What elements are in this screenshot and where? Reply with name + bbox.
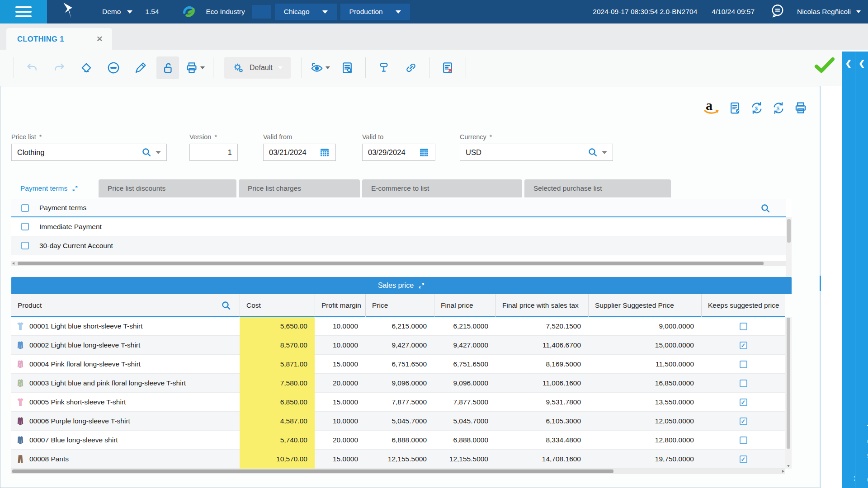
cost-cell[interactable]: 5,871.00 [240,355,315,374]
undo-button[interactable] [21,56,43,79]
splitter-handle[interactable] [820,276,821,291]
final-price-cell[interactable]: 7,877.5000 [434,393,495,412]
payment-term-row[interactable]: Immediate Payment [11,217,786,236]
redo-button[interactable] [48,56,71,79]
price-cell[interactable]: 5,045.7000 [365,412,434,431]
final-price-with-tax-cell[interactable]: 8,334.4800 [495,431,588,450]
document-check-icon[interactable] [728,101,742,117]
messages-panel-strip[interactable]: ❮ Messages [842,52,855,488]
keeps-suggested-price-checkbox[interactable] [740,418,747,425]
supplier-suggested-price-cell[interactable]: 12,050.0000 [588,412,701,431]
cost-cell[interactable]: 5,650.00 [240,317,315,336]
select-all-checkbox[interactable] [21,204,29,212]
hamburger-menu-button[interactable] [0,0,47,23]
amazon-icon[interactable]: a [702,99,720,117]
profit-margin-cell[interactable]: 15.0000 [315,393,365,412]
chevron-down-icon[interactable] [602,151,607,154]
row-checkbox[interactable] [21,223,29,230]
organization-field[interactable] [252,5,271,19]
zoom-across-link-button[interactable] [400,56,422,79]
expand-icon[interactable] [418,282,425,289]
payment-term-row[interactable]: 30-day Current Account [11,236,786,255]
recalculate-price-icon[interactable]: $ [750,101,764,117]
keeps-suggested-price-checkbox[interactable] [740,399,747,406]
profit-margin-cell[interactable]: 20.0000 [315,431,365,450]
price-cell[interactable]: 7,877.5000 [365,393,434,412]
view-options-button[interactable] [309,56,331,79]
client-selector[interactable]: Demo [102,8,132,16]
final-price-cell[interactable]: 9,096.0000 [434,374,495,393]
price-list-input[interactable]: Clothing [11,144,167,161]
new-record-button[interactable] [75,56,98,79]
final-price-with-tax-cell[interactable]: 11,406.6700 [495,336,588,355]
supplier-suggested-price-cell[interactable]: 12,800.0000 [588,431,701,450]
supplier-suggested-price-cell[interactable]: 11,500.0000 [588,355,701,374]
detail-tab-price-list-discounts[interactable]: Price list discounts [99,179,236,197]
cost-cell[interactable]: 10,570.00 [240,450,315,469]
valid-from-input[interactable]: 03/21/2024 [263,144,336,161]
final-price-with-tax-cell[interactable]: 7,520.1500 [495,317,588,336]
layout-selector[interactable]: Default [224,57,291,79]
sales-vertical-scrollbar[interactable] [785,317,792,469]
price-cell[interactable]: 6,751.6500 [365,355,434,374]
final-price-with-tax-cell[interactable]: 11,006.1600 [495,374,588,393]
supplier-suggested-price-cell[interactable]: 15,000.0000 [588,336,701,355]
sales-price-row[interactable]: 00008 Pants 10,570.00 15.0000 12,155.500… [11,450,785,469]
currency-input[interactable]: USD [460,144,613,161]
final-price-with-tax-cell[interactable]: 8,169.5000 [495,355,588,374]
final-price-cell[interactable]: 6,888.0000 [434,431,495,450]
sales-price-row[interactable]: 00004 Pink floral long-sleeve T-shirt 5,… [11,355,785,374]
scrollbar-thumb[interactable] [12,469,613,473]
column-header-supplier-suggested-price[interactable]: Supplier Suggested Price [588,294,701,317]
row-checkbox[interactable] [21,242,29,249]
valid-to-input[interactable]: 03/29/2024 [362,144,435,161]
column-header-keeps-suggested-price[interactable]: Keeps suggested price [701,294,785,317]
final-price-cell[interactable]: 12,155.5000 [434,450,495,469]
sales-price-row[interactable]: 00006 Purple long-sleeve T-shirt 4,587.0… [11,412,785,431]
print-options-chevron-icon[interactable] [200,66,205,69]
payment-horizontal-scrollbar[interactable] [11,261,786,266]
final-price-cell[interactable]: 6,751.6500 [434,355,495,374]
final-price-cell[interactable]: 9,427.0000 [434,336,495,355]
supplier-suggested-price-cell[interactable]: 16,850.0000 [588,374,701,393]
price-cell[interactable]: 9,096.0000 [365,374,434,393]
column-header-profit-margin[interactable]: Profit margin [315,294,365,317]
column-header-final-price-with-sales-tax[interactable]: Final price with sales tax [495,294,588,317]
deactivate-record-button[interactable] [102,56,125,79]
price-cell[interactable]: 12,155.5000 [365,450,434,469]
keeps-suggested-price-checkbox[interactable] [740,323,747,330]
chevron-down-icon[interactable] [156,151,161,154]
sales-horizontal-scrollbar[interactable] [11,469,785,474]
version-input[interactable]: 1 [189,144,238,161]
cost-cell[interactable]: 4,587.00 [240,412,315,431]
warehouse-selector[interactable]: Chicago [275,4,337,20]
convert-currency-icon[interactable]: $ [772,101,785,117]
column-header-price[interactable]: Price [365,294,434,317]
keeps-suggested-price-checkbox[interactable] [740,361,747,368]
role-selector[interactable]: Production [340,4,410,20]
delete-selection-button[interactable] [436,56,459,79]
scrollbar-thumb[interactable] [18,262,764,265]
cost-cell[interactable]: 8,570.00 [240,336,315,355]
sales-price-row[interactable]: 00007 Blue long-sleeve shirt 5,740.00 20… [11,431,785,450]
price-cell[interactable]: 6,215.0000 [365,317,434,336]
print-list-icon[interactable] [793,101,808,117]
record-info-button[interactable] [336,56,359,79]
user-menu[interactable]: Nicolas Regñicoli [797,8,861,16]
search-icon[interactable] [760,203,771,216]
column-header-cost[interactable]: Cost [240,294,315,317]
sales-price-row[interactable]: 00001 Light blue short-sleeve T-shirt 5,… [11,317,785,336]
final-price-cell[interactable]: 6,215.0000 [434,317,495,336]
feedback-chat-icon[interactable] [770,3,785,20]
final-price-with-tax-cell[interactable]: 14,708.1600 [495,450,588,469]
sales-price-row[interactable]: 00005 Pink short-sleeve T-shirt 6,850.00… [11,393,785,412]
keeps-suggested-price-checkbox[interactable] [740,436,747,444]
sales-price-row[interactable]: 00003 Light blue and pink floral long-sl… [11,374,785,393]
profit-margin-cell[interactable]: 20.0000 [315,374,365,393]
supplier-suggested-price-cell[interactable]: 9,000.0000 [588,317,701,336]
cost-cell[interactable]: 6,850.00 [240,393,315,412]
view-options-chevron-icon[interactable] [326,66,330,69]
detail-tab-e-commerce-to-list[interactable]: E-commerce to list [362,179,522,197]
profit-margin-cell[interactable]: 10.0000 [315,336,365,355]
keeps-suggested-price-checkbox[interactable] [740,342,747,349]
